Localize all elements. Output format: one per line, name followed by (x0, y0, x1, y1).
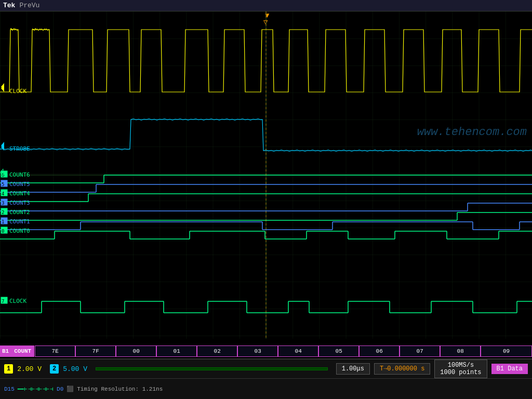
bus-segment-00: 00 (116, 345, 156, 357)
svg-text:STROBE: STROBE (9, 145, 30, 152)
bus-segment-09: 09 (481, 345, 532, 357)
svg-text:COUNT2: COUNT2 (9, 209, 30, 216)
svg-text:CLOCK: CLOCK (9, 298, 26, 304)
status-row1: 1 2.00 V 2 5.00 V 1.00μs T→0.000000 s 10… (0, 360, 532, 379)
svg-text:1: 1 (2, 219, 4, 224)
ch1-scale-bar (96, 367, 328, 370)
svg-rect-87 (1, 208, 7, 215)
timing-d15: D15 (4, 386, 15, 392)
svg-text:COUNT3: COUNT3 (9, 200, 30, 206)
svg-text:COUNT6: COUNT6 (9, 171, 30, 178)
waveform-display: 6 5 4 3 2 1 0 7 CLOCK STROBE COUNT6 COUN… (0, 11, 532, 339)
bus-mode-display: B1 Data (491, 364, 528, 374)
status-bar: 1 2.00 V 2 5.00 V 1.00μs T→0.000000 s 10… (0, 358, 532, 399)
timebase-value: 1.00μs (342, 365, 364, 373)
svg-rect-83 (1, 190, 7, 196)
trigger-center-marker: ▽ (263, 18, 268, 26)
bus-segment-01: 01 (156, 345, 197, 357)
svg-rect-85 (1, 199, 7, 205)
status-row2: D15 ━━ ⊢⊣⊢⊣⊢⊣⊢⊣ D0 ⬛ Timing Resolution: … (0, 379, 532, 399)
svg-text:3: 3 (2, 201, 4, 206)
svg-marker-5 (1, 142, 4, 149)
svg-text:COUNT0: COUNT0 (9, 228, 30, 234)
svg-text:6: 6 (2, 172, 4, 178)
svg-text:2: 2 (2, 210, 4, 215)
timing-d0: D0 (57, 386, 63, 392)
svg-text:CLOCK: CLOCK (9, 88, 26, 95)
bus-display: B1 COUNT 7E 7F 00 01 02 03 04 05 06 07 0… (0, 344, 532, 358)
svg-text:5: 5 (2, 182, 4, 187)
svg-text:0: 0 (2, 229, 4, 234)
svg-rect-81 (1, 180, 7, 187)
timing-resolution: Timing Resolution: 1.21ns (77, 386, 163, 392)
svg-marker-97 (0, 169, 3, 176)
svg-text:COUNT5: COUNT5 (9, 181, 30, 188)
trigger-time-display: T→0.000000 s (374, 363, 430, 375)
ch1-indicator[interactable]: 1 (4, 364, 13, 374)
ch1-voltage: 2.00 V (17, 365, 42, 373)
trigger-time-value: T→0.000000 s (380, 365, 424, 373)
svg-rect-79 (1, 171, 7, 177)
timing-scale: ━━ ⊢⊣⊢⊣⊢⊣⊢⊣ (18, 386, 54, 392)
bus-segment-02: 02 (197, 345, 237, 357)
bus-segment-05: 05 (318, 345, 359, 357)
points-value: 1000 points (440, 369, 481, 376)
svg-rect-1 (0, 11, 532, 339)
bus-segment-07: 07 (400, 345, 440, 357)
svg-text:COUNT1: COUNT1 (9, 218, 30, 225)
bus-segment-04: 04 (278, 345, 318, 357)
mode-label: PreVu (19, 2, 39, 9)
svg-text:7: 7 (2, 299, 4, 304)
timebase-display: 1.00μs (336, 363, 370, 375)
svg-text:4: 4 (2, 191, 4, 196)
svg-marker-4 (1, 83, 4, 90)
svg-marker-95 (1, 85, 4, 92)
svg-rect-93 (1, 297, 7, 303)
bus-b1-indicator: B1 (0, 345, 11, 357)
ch2-indicator[interactable]: 2 (50, 364, 59, 374)
titlebar: Tek PreVu (0, 0, 532, 11)
svg-rect-89 (1, 218, 7, 224)
svg-text:COUNT4: COUNT4 (9, 190, 30, 197)
brand-label: Tek (3, 2, 15, 9)
sample-rate-value: 100MS/s (440, 362, 481, 369)
bus-segment-7e: 7E (35, 345, 75, 357)
bus-segment-06: 06 (359, 345, 400, 357)
bus-segment-03: 03 (237, 345, 278, 357)
bus-segment-08: 08 (440, 345, 481, 357)
sample-rate-display: 100MS/s 1000 points (434, 360, 487, 378)
bus-segment-7f: 7F (75, 345, 116, 357)
ch2-voltage: 5.00 V (63, 365, 87, 373)
bus-count-label: COUNT (11, 345, 35, 357)
watermark: www.tehencom.com (417, 126, 527, 139)
scope-area: www.tehencom.com ▼ ▽ (0, 11, 532, 354)
svg-marker-96 (1, 143, 4, 151)
svg-rect-91 (1, 227, 7, 233)
